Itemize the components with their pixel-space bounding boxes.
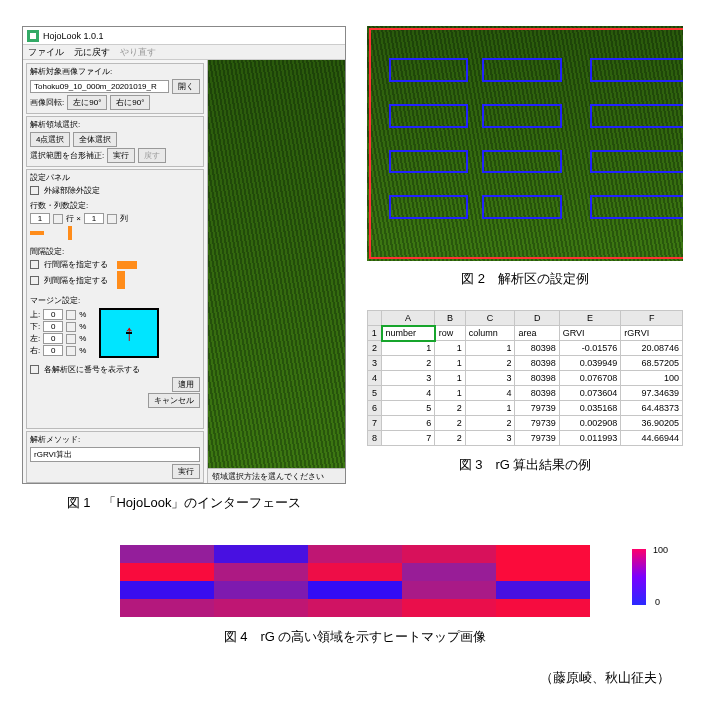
header-cell[interactable]: area: [515, 326, 559, 341]
data-cell[interactable]: 1: [382, 341, 435, 356]
data-cell[interactable]: 3: [465, 371, 515, 386]
data-cell[interactable]: 20.08746: [621, 341, 683, 356]
row-header[interactable]: 8: [368, 431, 382, 446]
heat-cell: [496, 563, 590, 581]
data-cell[interactable]: 1: [465, 401, 515, 416]
data-cell[interactable]: 7: [382, 431, 435, 446]
trapezoid-run-button[interactable]: 実行: [107, 148, 135, 163]
data-cell[interactable]: 3: [465, 431, 515, 446]
col-header[interactable]: B: [435, 311, 465, 326]
data-cell[interactable]: 80398: [515, 356, 559, 371]
data-cell[interactable]: 6: [382, 416, 435, 431]
data-cell[interactable]: 97.34639: [621, 386, 683, 401]
plot-rect: [389, 104, 468, 128]
right-spinner[interactable]: [66, 346, 76, 356]
header-cell[interactable]: column: [465, 326, 515, 341]
data-cell[interactable]: 4: [465, 386, 515, 401]
data-cell[interactable]: 1: [435, 356, 465, 371]
cancel-button[interactable]: キャンセル: [148, 393, 200, 408]
data-cell[interactable]: 0.011993: [559, 431, 621, 446]
image-viewport[interactable]: 領域選択方法を選んでください: [208, 60, 345, 483]
outlier-checkbox[interactable]: [30, 186, 39, 195]
row-header[interactable]: 7: [368, 416, 382, 431]
data-cell[interactable]: 0.073604: [559, 386, 621, 401]
heat-cell: [308, 545, 402, 563]
data-cell[interactable]: -0.01576: [559, 341, 621, 356]
row-header[interactable]: 5: [368, 386, 382, 401]
data-cell[interactable]: 1: [435, 371, 465, 386]
menu-file[interactable]: ファイル: [28, 46, 64, 59]
data-cell[interactable]: 79739: [515, 431, 559, 446]
rowgap-checkbox[interactable]: [30, 260, 39, 269]
data-cell[interactable]: 2: [435, 416, 465, 431]
cols-spinner[interactable]: [107, 214, 117, 224]
row-header[interactable]: 2: [368, 341, 382, 356]
data-cell[interactable]: 2: [435, 431, 465, 446]
bottom-spinner[interactable]: [66, 322, 76, 332]
row-header[interactable]: 4: [368, 371, 382, 386]
col-header[interactable]: E: [559, 311, 621, 326]
row-header[interactable]: 1: [368, 326, 382, 341]
header-cell[interactable]: row: [435, 326, 465, 341]
data-cell[interactable]: 2: [465, 416, 515, 431]
data-cell[interactable]: 2: [382, 356, 435, 371]
data-cell[interactable]: 79739: [515, 401, 559, 416]
left-input[interactable]: 0: [43, 333, 63, 344]
data-cell[interactable]: 0.035168: [559, 401, 621, 416]
data-cell[interactable]: 68.57205: [621, 356, 683, 371]
bottom-input[interactable]: 0: [43, 321, 63, 332]
data-cell[interactable]: 5: [382, 401, 435, 416]
data-cell[interactable]: 4: [382, 386, 435, 401]
fig4-heatmap: 100 0: [120, 545, 590, 617]
data-cell[interactable]: 0.076708: [559, 371, 621, 386]
method-run-button[interactable]: 実行: [172, 464, 200, 479]
data-cell[interactable]: 64.48373: [621, 401, 683, 416]
method-select[interactable]: rGRVI算出: [30, 447, 200, 462]
col-header[interactable]: D: [515, 311, 559, 326]
filename-field[interactable]: Tohoku09_10_000m_20201019_R: [30, 80, 169, 93]
four-corner-button[interactable]: 4点選択: [30, 132, 70, 147]
data-cell[interactable]: 1: [435, 341, 465, 356]
menu-redo[interactable]: やり直す: [120, 46, 156, 59]
data-cell[interactable]: 80398: [515, 386, 559, 401]
data-cell[interactable]: 3: [382, 371, 435, 386]
data-cell[interactable]: 0.002908: [559, 416, 621, 431]
apply-button[interactable]: 適用: [172, 377, 200, 392]
data-cell[interactable]: 80398: [515, 341, 559, 356]
data-cell[interactable]: 36.90205: [621, 416, 683, 431]
data-cell[interactable]: 79739: [515, 416, 559, 431]
row-header[interactable]: 3: [368, 356, 382, 371]
data-cell[interactable]: 44.66944: [621, 431, 683, 446]
corner-cell[interactable]: [368, 311, 382, 326]
rows-spinner[interactable]: [53, 214, 63, 224]
trapezoid-back-button[interactable]: 戻す: [138, 148, 166, 163]
col-header[interactable]: A: [382, 311, 435, 326]
row-header[interactable]: 6: [368, 401, 382, 416]
open-button[interactable]: 開く: [172, 79, 200, 94]
data-cell[interactable]: 2: [435, 401, 465, 416]
header-cell[interactable]: number: [382, 326, 435, 341]
data-cell[interactable]: 1: [435, 386, 465, 401]
select-all-button[interactable]: 全体選択: [73, 132, 117, 147]
data-cell[interactable]: 80398: [515, 371, 559, 386]
plot-rect: [590, 58, 683, 82]
rotate-right-button[interactable]: 右に90°: [110, 95, 150, 110]
data-cell[interactable]: 100: [621, 371, 683, 386]
top-input[interactable]: 0: [43, 309, 63, 320]
col-header[interactable]: C: [465, 311, 515, 326]
col-header[interactable]: F: [621, 311, 683, 326]
left-spinner[interactable]: [66, 334, 76, 344]
data-cell[interactable]: 1: [465, 341, 515, 356]
right-input[interactable]: 0: [43, 345, 63, 356]
cols-input[interactable]: 1: [84, 213, 104, 224]
header-cell[interactable]: GRVI: [559, 326, 621, 341]
rotate-left-button[interactable]: 左に90°: [67, 95, 107, 110]
header-cell[interactable]: rGRVI: [621, 326, 683, 341]
data-cell[interactable]: 2: [465, 356, 515, 371]
menu-undo[interactable]: 元に戻す: [74, 46, 110, 59]
show-numbers-checkbox[interactable]: [30, 365, 39, 374]
top-spinner[interactable]: [66, 310, 76, 320]
rows-input[interactable]: 1: [30, 213, 50, 224]
colgap-checkbox[interactable]: [30, 276, 39, 285]
data-cell[interactable]: 0.039949: [559, 356, 621, 371]
